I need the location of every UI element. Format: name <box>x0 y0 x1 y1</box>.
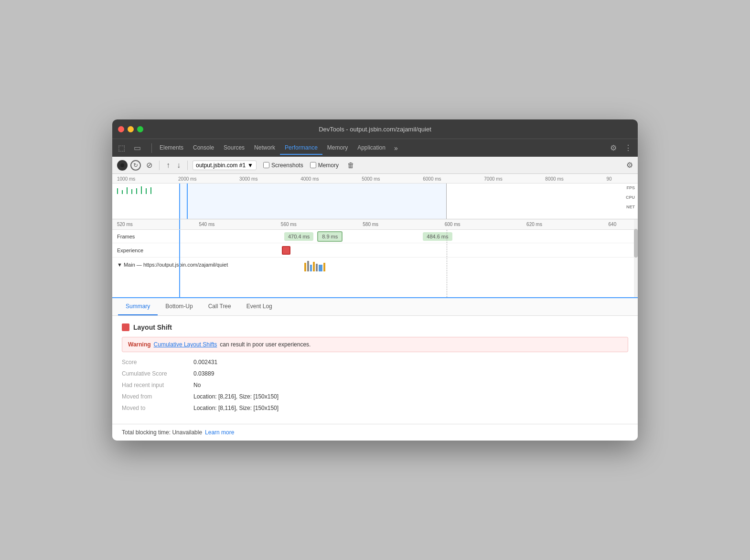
tab-separator-1 <box>151 143 152 153</box>
cumulative-score-value: 0.03889 <box>193 370 214 377</box>
experience-label: Experience <box>117 248 179 253</box>
mark-6000: 6000 ms <box>423 176 484 182</box>
layout-shift-header: Layout Shift <box>122 323 628 331</box>
frame-value-1: 470.4 ms <box>284 232 313 241</box>
frames-row: Frames 470.4 ms 8.9 ms 484.6 ms <box>112 230 638 243</box>
total-blocking-row: Total blocking time: Unavailable Learn m… <box>112 424 638 441</box>
cumulative-layout-shifts-link[interactable]: Cumulative Layout Shifts <box>154 341 217 348</box>
profile-select[interactable]: output.jsbin.com #1 ▼ <box>193 161 257 170</box>
mark-1000: 1000 ms <box>117 176 178 182</box>
flame-bar <box>307 261 309 271</box>
dropdown-arrow-icon: ▼ <box>247 162 253 169</box>
learn-more-link[interactable]: Learn more <box>205 429 234 436</box>
clear-button[interactable]: ⊘ <box>144 160 154 171</box>
layout-shift-marker <box>282 246 290 255</box>
net-label: NET <box>626 205 635 209</box>
scrollbar-thumb[interactable] <box>634 229 638 258</box>
main-label: ▼ Main — https://output.jsbin.com/zajami… <box>117 262 228 268</box>
settings-icon[interactable]: ⚙ <box>608 141 619 154</box>
tab-sources[interactable]: Sources <box>219 141 249 155</box>
tab-application[interactable]: Application <box>353 141 390 155</box>
flame-bar <box>313 262 315 271</box>
fps-bar <box>141 186 142 194</box>
moved-from-label: Moved from <box>122 393 193 400</box>
memory-checkbox[interactable] <box>310 162 316 168</box>
tab-bottom-up[interactable]: Bottom-Up <box>158 298 200 315</box>
screenshots-checkbox-label[interactable]: Screenshots <box>263 162 303 169</box>
memory-checkbox-label[interactable]: Memory <box>310 162 339 169</box>
cumulative-score-row: Cumulative Score 0.03889 <box>122 370 628 377</box>
detail-mark-540: 540 ms <box>199 222 280 227</box>
had-recent-input-value: No <box>193 382 201 388</box>
tab-summary[interactable]: Summary <box>118 298 158 315</box>
screenshots-checkbox[interactable] <box>263 162 269 168</box>
close-button[interactable] <box>118 126 124 132</box>
minimize-button[interactable] <box>128 126 134 132</box>
device-icon[interactable]: ▭ <box>132 141 143 154</box>
tab-network[interactable]: Network <box>249 141 280 155</box>
mark-7000: 7000 ms <box>484 176 545 182</box>
selection-start-line <box>187 183 188 219</box>
devtools-nav: ⬚ ▭ Elements Console Sources Network Per… <box>112 139 638 157</box>
frame-value-3: 484.6 ms <box>423 232 452 241</box>
timeline-selection[interactable] <box>179 183 447 219</box>
tab-elements[interactable]: Elements <box>155 141 188 155</box>
record-button[interactable] <box>117 160 128 171</box>
tab-performance[interactable]: Performance <box>280 141 322 155</box>
fps-bar <box>122 190 123 194</box>
capture-settings-icon[interactable]: ⚙ <box>626 161 633 170</box>
flame-bar <box>310 265 312 271</box>
mark-4000: 4000 ms <box>300 176 362 182</box>
detail-mark-560: 560 ms <box>281 222 363 227</box>
mark-90: 90 <box>606 176 619 182</box>
detail-mark-620: 620 ms <box>526 222 608 227</box>
fps-bar <box>150 187 151 194</box>
moved-from-value: Location: [8,216], Size: [150x150] <box>193 393 279 400</box>
details-timeline: 520 ms 540 ms 560 ms 580 ms 600 ms 620 m… <box>112 219 638 298</box>
bottom-tabs: Summary Bottom-Up Call Tree Event Log <box>112 298 638 316</box>
summary-panel: Layout Shift Warning Cumulative Layout S… <box>112 316 638 424</box>
title-bar: DevTools - output.jsbin.com/zajamil/quie… <box>112 119 638 139</box>
maximize-button[interactable] <box>137 126 143 132</box>
details-selection-line <box>179 219 180 229</box>
details-ruler: 520 ms 540 ms 560 ms 580 ms 600 ms 620 m… <box>112 219 638 230</box>
experience-row: Experience <box>112 243 638 258</box>
screenshots-label: Screenshots <box>271 162 303 169</box>
score-label: Score <box>122 359 193 366</box>
inspect-icons: ⬚ ▭ <box>116 141 143 154</box>
download-icon[interactable]: ↓ <box>175 160 182 171</box>
frame-value-2: 8.9 ms <box>317 231 343 242</box>
tab-right-icons: ⚙ ⋮ <box>608 141 634 154</box>
cursor-icon[interactable]: ⬚ <box>116 141 127 154</box>
tab-console[interactable]: Console <box>188 141 219 155</box>
trash-icon[interactable]: 🗑 <box>347 161 354 169</box>
toolbar-separator-2 <box>187 161 188 170</box>
fps-label: FPS <box>626 185 635 190</box>
layout-shift-title: Layout Shift <box>133 323 172 331</box>
mark-8000: 8000 ms <box>545 176 606 182</box>
upload-icon[interactable]: ↑ <box>164 160 172 171</box>
frames-label: Frames <box>117 234 179 239</box>
scrollbar-track[interactable] <box>634 219 638 297</box>
timeline-ruler: 1000 ms 2000 ms 3000 ms 4000 ms 5000 ms … <box>112 174 638 183</box>
warning-banner: Warning Cumulative Layout Shifts can res… <box>122 337 628 352</box>
detail-mark-580: 580 ms <box>363 222 444 227</box>
fps-bar <box>127 187 128 194</box>
score-row: Score 0.002431 <box>122 359 628 366</box>
moved-to-value: Location: [8,116], Size: [150x150] <box>193 405 279 411</box>
tab-call-tree[interactable]: Call Tree <box>201 298 239 315</box>
reload-button[interactable]: ↻ <box>130 160 141 171</box>
warning-suffix: can result in poor user experiences. <box>220 341 311 348</box>
more-options-icon[interactable]: ⋮ <box>622 141 634 154</box>
traffic-lights <box>118 126 143 132</box>
tab-event-log[interactable]: Event Log <box>239 298 280 315</box>
flame-bar <box>319 265 322 271</box>
profile-select-value: output.jsbin.com #1 <box>196 162 246 169</box>
tab-more[interactable]: » <box>390 142 402 154</box>
tab-memory[interactable]: Memory <box>322 141 353 155</box>
detail-selection-end <box>447 230 447 297</box>
fps-bar <box>136 188 137 194</box>
had-recent-input-label: Had recent input <box>122 382 193 388</box>
memory-label: Memory <box>318 162 339 169</box>
fps-bar <box>117 188 118 194</box>
